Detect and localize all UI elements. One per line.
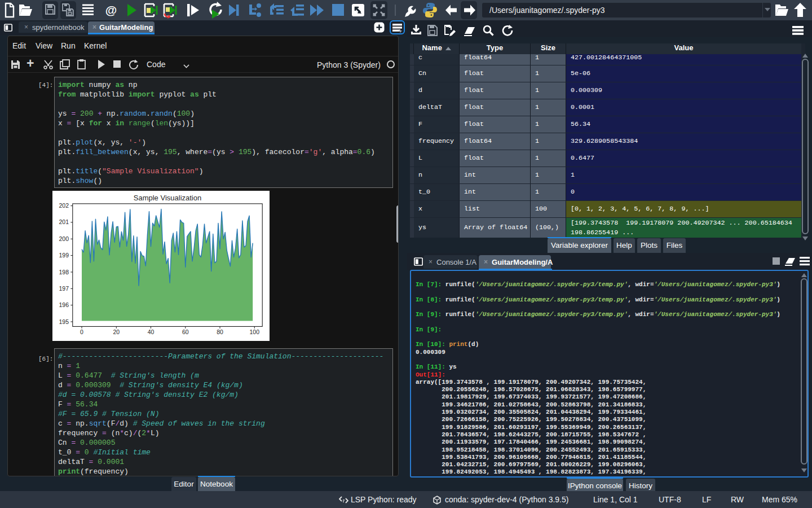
svg-text:195: 195 xyxy=(59,318,69,325)
svg-text:196: 196 xyxy=(59,301,69,308)
svg-text:199: 199 xyxy=(59,252,69,259)
svg-text:202: 202 xyxy=(59,202,69,209)
svg-text:201: 201 xyxy=(59,218,69,225)
svg-text:40: 40 xyxy=(148,329,155,335)
svg-text:80: 80 xyxy=(217,329,223,335)
svg-text:Sample Visualization: Sample Visualization xyxy=(134,194,201,202)
svg-text:100: 100 xyxy=(250,329,260,335)
svg-text:0: 0 xyxy=(80,329,83,335)
svg-text:@: @ xyxy=(105,3,117,16)
svg-text:197: 197 xyxy=(59,285,69,292)
svg-text:20: 20 xyxy=(113,329,120,335)
svg-text:200: 200 xyxy=(59,235,69,242)
svg-text:198: 198 xyxy=(59,269,69,275)
svg-text:60: 60 xyxy=(182,329,189,335)
